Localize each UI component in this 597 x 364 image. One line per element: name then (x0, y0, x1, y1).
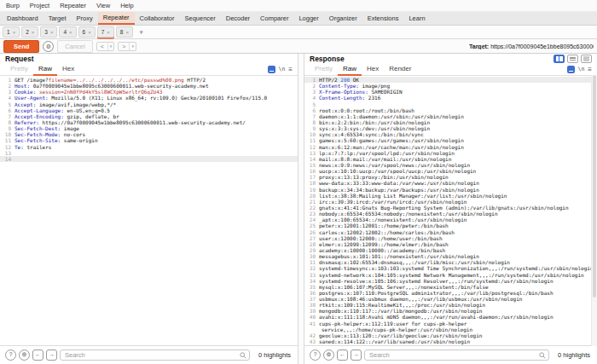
editor-line[interactable]: 6Accept-Language: en-US,en;q=0.5 (0, 107, 298, 113)
forward-arrow-icon[interactable]: > (119, 43, 130, 50)
repeater-tab-4[interactable]: 4× (59, 26, 76, 38)
editor-line[interactable]: 40avahi:x:111:118:Avahi mDNS daemon,,,:/… (304, 314, 597, 320)
tab-raw[interactable]: Raw (338, 65, 362, 76)
editor-line[interactable]: 27user:x:12000:12000::/home/user:/bin/ba… (304, 235, 597, 241)
editor-menu-icon[interactable]: ≡ (588, 66, 592, 73)
menu-view[interactable]: View (96, 2, 110, 9)
tab-pretty[interactable]: Pretty (5, 65, 33, 75)
editor-line[interactable]: 14mail:x:8:8:mail:/var/mail:/usr/sbin/no… (304, 156, 597, 162)
editor-line[interactable]: 42geoclue:x:113:120::/var/lib/geoclue:/u… (304, 332, 597, 338)
editor-line[interactable]: 43saned:x:114:122::/var/lib/saned:/usr/s… (304, 338, 597, 344)
editor-line[interactable]: 29academy:x:10000:10000::/academy:/bin/b… (304, 247, 597, 253)
editor-line[interactable]: 26carlos:x:12002:12002::/home/carlos:/bi… (304, 229, 597, 235)
tab-target[interactable]: Target (43, 12, 72, 25)
send-button[interactable]: Send (3, 40, 39, 53)
editor-line[interactable]: 8Referer: https://0a7f0009045e1bbe8095c6… (0, 119, 298, 125)
tab-learn[interactable]: Learn (403, 12, 430, 25)
menu-project[interactable]: Project (30, 2, 49, 9)
layout-single-icon[interactable] (581, 55, 592, 63)
tab-raw[interactable]: Raw (33, 65, 57, 76)
editor-line[interactable]: 39mongodb:x:110:117::/var/lib/mongodb:/u… (304, 308, 597, 314)
next-match-icon[interactable]: → (46, 350, 57, 361)
back-arrow-icon[interactable]: < (97, 43, 108, 50)
editor-line[interactable]: 3Cookie: session=ZnN0fPd4kY5sl8WCXpW5erl… (0, 89, 298, 95)
cancel-button[interactable]: Cancel (57, 40, 92, 53)
tab-decoder[interactable]: Decoder (221, 12, 255, 25)
editor-line[interactable]: 3X-Frame-Options: SAMEORIGIN (304, 89, 597, 95)
repeater-tab-3[interactable]: 3× (40, 26, 57, 38)
repeater-tab-6[interactable]: 6× (78, 26, 96, 38)
prev-match-icon[interactable]: ← (337, 350, 348, 361)
editor-line[interactable]: 9sys:x:3:3:sys:/dev:/usr/sbin/nologin (304, 125, 597, 131)
editor-line[interactable]: 18www-data:x:33:33:www-data:/var/www:/us… (304, 180, 597, 186)
tab-hex[interactable]: Hex (57, 65, 79, 75)
tab-render[interactable]: Render (384, 65, 416, 75)
close-tab-icon[interactable]: × (107, 30, 110, 35)
editor-line[interactable]: 15news:x:9:9:news:/var/spool/news:/usr/s… (304, 162, 597, 168)
request-editor[interactable]: 1GET /image?filename=../../../../../../e… (0, 76, 298, 345)
tab-extensions[interactable]: Extensions (362, 12, 404, 25)
editor-line[interactable]: 9Sec-Fetch-Dest: image (0, 125, 298, 131)
tab-repeater[interactable]: Repeater (98, 12, 135, 25)
tab-logger[interactable]: Logger (293, 12, 323, 25)
editor-line[interactable]: 28elmer:x:12099:12099::/home/elmer:/bin/… (304, 241, 597, 247)
repeater-tab-1[interactable]: 1× (3, 26, 20, 38)
search-settings-icon[interactable]: ⚙ (323, 350, 334, 361)
editor-line[interactable]: 36postgres:x:107:110:PostgreSQL administ… (304, 290, 597, 296)
close-tab-icon[interactable]: × (50, 30, 54, 35)
close-tab-icon[interactable]: × (88, 30, 91, 35)
editor-line[interactable]: 25peter:x:12001:12001::/home/peter:/bin/… (304, 222, 597, 228)
editor-line[interactable]: 35mysql:x:106:107:MySQL Server,,,:/nonex… (304, 284, 597, 290)
response-scrollbar[interactable] (591, 75, 597, 346)
tab-organizer[interactable]: Organizer (324, 12, 362, 25)
editor-line[interactable]: 34systemd-resolve:x:105:106:systemd Reso… (304, 278, 597, 284)
editor-line[interactable]: 7daemon:x:1:1:daemon:/usr/sbin:/usr/sbin… (304, 113, 597, 119)
search-help-icon[interactable]: ? (5, 350, 16, 361)
scrollbar-thumb[interactable] (593, 75, 596, 298)
editor-line[interactable]: 12man:x:6:12:man:/var/cache/man:/usr/sbi… (304, 144, 597, 150)
menu-burp[interactable]: Burp (6, 2, 20, 9)
editor-line[interactable]: 33systemd-network:x:104:105:systemd Netw… (304, 272, 597, 278)
tab-comparer[interactable]: Comparer (255, 12, 293, 25)
editor-line[interactable]: 14 (0, 156, 298, 162)
editor-line[interactable]: 11games:x:5:60:games:/usr/games:/usr/sbi… (304, 137, 597, 143)
history-back-button[interactable]: < ▾ (96, 42, 115, 51)
repeater-tab-7[interactable]: 7× (97, 26, 114, 38)
target-url[interactable]: Target: https://0a7f0009045e1bbe8095c630… (469, 43, 594, 49)
nonprinting-chars-icon[interactable]: \n (279, 66, 286, 72)
add-tab-button[interactable]: + (135, 28, 148, 37)
layout-rows-icon[interactable] (567, 55, 578, 63)
search-settings-icon[interactable]: ⚙ (19, 350, 30, 361)
close-tab-icon[interactable]: × (13, 30, 16, 35)
nonprinting-chars-icon[interactable]: \n (578, 66, 585, 72)
editor-line[interactable]: 6root:x:0:0:root:/root:/bin/bash (304, 107, 597, 113)
send-settings-gear-icon[interactable]: ⚙ (43, 41, 54, 52)
editor-line[interactable]: 13 (0, 150, 298, 156)
editor-line[interactable]: 22gnats:x:41:41:Gnats Bug-Reporting Syst… (304, 205, 597, 211)
tab-hex[interactable]: Hex (362, 65, 384, 75)
tab-proxy[interactable]: Proxy (72, 12, 98, 25)
tab-collaborator[interactable]: Collaborator (135, 12, 180, 25)
editor-line[interactable]: 10sync:x:4:65534:sync:/bin:/bin/sync (304, 131, 597, 137)
editor-line[interactable]: 23nobody:x:65534:65534:nobody:/nonexiste… (304, 211, 597, 217)
editor-line[interactable]: 13lp:x:7:7:lp:/var/spool/lpd:/usr/sbin/n… (304, 150, 597, 156)
editor-line[interactable]: service,,,:/home/cups-pk-helper:/usr/sbi… (304, 326, 597, 332)
colorize-icon[interactable] (268, 66, 275, 73)
editor-line[interactable]: 10Sec-Fetch-Mode: no-cors (0, 131, 298, 137)
editor-line[interactable]: 2Content-Type: image/png (304, 83, 597, 89)
forward-dropdown-icon[interactable]: ▾ (130, 43, 136, 50)
editor-line[interactable]: 32systemd-timesync:x:103:103:systemd Tim… (304, 265, 597, 271)
editor-line[interactable]: 19backup:x:34:34:backup:/var/backups:/us… (304, 187, 597, 193)
close-tab-icon[interactable]: × (32, 30, 35, 35)
editor-line[interactable]: 8bin:x:2:2:bin:/bin:/usr/sbin/nologin (304, 119, 597, 125)
editor-line[interactable]: 5 (304, 101, 597, 107)
editor-line[interactable]: 5Accept: image/avif,image/webp,*/* (0, 101, 298, 107)
editor-line[interactable]: 2Host: 0a7f0009045e1bbe8095c63000600011.… (0, 83, 298, 89)
close-tab-icon[interactable]: × (125, 30, 129, 35)
editor-line[interactable]: 21irc:x:39:39:ircd:/var/run/ircd:/usr/sb… (304, 199, 597, 205)
close-tab-icon[interactable]: × (69, 30, 72, 35)
menu-repeater[interactable]: Repeater (60, 2, 86, 9)
tab-sequencer[interactable]: Sequencer (179, 12, 220, 25)
back-dropdown-icon[interactable]: ▾ (108, 43, 114, 50)
editor-line[interactable]: 38rtkit:x:109:115:RealtimeKit,,,:/proc:/… (304, 302, 597, 308)
